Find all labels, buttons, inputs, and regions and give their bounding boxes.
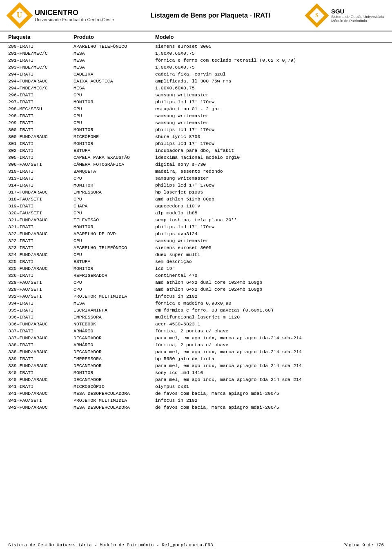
table-row: 294-IRATI CADEIRA cadeira fixa, corvim a…: [8, 71, 384, 78]
cell-produto: CPU: [74, 92, 155, 98]
table-row: 321-FUND/ARAUC TELEVISÃO semp toshiba, t…: [8, 216, 384, 223]
cell-produto: CPU: [74, 210, 155, 216]
table-row: 336-IRATI IMPRESSORA multifuncional lase…: [8, 314, 384, 321]
cell-modelo: siemens euroset 3005: [155, 44, 384, 49]
cell-modelo: philips lcd 17' 170cw: [155, 99, 384, 105]
table-row: 321-IRATI MONITOR philips lcd 17' 170cw: [8, 223, 384, 230]
cell-modelo: 1,00X0,60X0,75: [155, 51, 384, 56]
cell-plaqueta: 337-IRATI: [8, 328, 74, 334]
cell-produto: CAIXA ACÚSTICA: [74, 78, 155, 84]
cell-produto: ESTUFA: [74, 259, 155, 264]
table-row: 302-IRATI ESTUFA incubadora para dbo, al…: [8, 147, 384, 154]
cell-plaqueta: 338-FUND/ARAUC: [8, 349, 74, 354]
table-row: 301-IRATI MONITOR philips lcd 17' 170cw: [8, 140, 384, 147]
cell-plaqueta: 329-FAU/SETI: [8, 287, 74, 292]
table-row: 314-IRATI MONITOR philips lcd 17' 170cw: [8, 182, 384, 189]
header-title-block: Listagem de Bens por Plaqueta - IRATI: [114, 12, 306, 19]
cell-modelo: samsung writemaster: [155, 238, 384, 243]
table-row: 323-IRATI APARELHO TELEFÔNICO siemens eu…: [8, 244, 384, 251]
table-row: 300-IRATI MONITOR philips lcd 17' 170cw: [8, 126, 384, 133]
cell-modelo: philips lcd 17' 170cw: [155, 127, 384, 132]
cell-plaqueta: 332-FAU/SETI: [8, 294, 74, 299]
cell-modelo: 1,00X0,60X0,75: [155, 85, 384, 91]
cell-modelo: shure lyric 8700: [155, 134, 384, 139]
table-row: 329-FAU/SETI CPU amd athlon 64x2 dual co…: [8, 286, 384, 293]
cell-plaqueta: 334-IRATI: [8, 301, 74, 306]
table-row: 337-IRATI ARMÁRIO fórmica, 2 portas c/ c…: [8, 327, 384, 334]
cell-modelo: para mel, em aço inóx, marca apiagro tda…: [155, 349, 384, 354]
cell-plaqueta: 324-FUND/ARAUC: [8, 252, 74, 257]
cell-produto: TELEVISÃO: [74, 217, 155, 223]
cell-produto: DECANTADOR: [74, 363, 155, 368]
cell-modelo: para mel, em aço inóx, marca apiagro tda…: [155, 335, 384, 341]
page-header: U UNICENTRO Universidade Estadual do Cen…: [0, 0, 392, 31]
cell-modelo: estação tipo 01 - 2 ghz: [155, 106, 384, 111]
uni-full-name: Universidade Estadual do Centro-Oeste: [35, 17, 114, 22]
table-row: 306-FAU/SETI CÂMERA FOTOGRÁFICA digital …: [8, 161, 384, 168]
cell-produto: MONITOR: [74, 127, 155, 132]
uni-name: UNICENTRO: [35, 9, 114, 17]
sgu-text-block: SGU Sistema de Gestão Universitária Módu…: [331, 8, 384, 23]
cell-produto: IMPRESSORA: [74, 356, 155, 361]
cell-plaqueta: 305-IRATI: [8, 155, 74, 160]
table-row: 340-FUND/ARAUC DECANTADOR para mel, em a…: [8, 376, 384, 383]
cell-plaqueta: 313-IRATI: [8, 176, 74, 181]
cell-produto: REFRIGERADOR: [74, 273, 155, 278]
cell-plaqueta: 320-FAU/SETI: [8, 210, 74, 216]
cell-produto: MONITOR: [74, 266, 155, 271]
cell-produto: CPU: [74, 287, 155, 292]
table-row: 320-FAU/SETI CPU alp modelo th85: [8, 209, 384, 216]
table-row: 338-IRATI ARMÁRIO fórmica, 2 portas c/ c…: [8, 341, 384, 348]
cell-plaqueta: 325-IRATI: [8, 259, 74, 264]
table-row: 305-IRATI CAPELA PARA EXAUSTÃO ideoxima …: [8, 154, 384, 161]
table-row: 324-FUND/ARAUC CPU duex super multi: [8, 251, 384, 258]
cell-produto: CPU: [74, 196, 155, 202]
table-row: 313-IRATI CPU samsung writemaster: [8, 175, 384, 182]
table-row: 293-FNDE/MEC/C MESA 1,00X0,60X0,75: [8, 64, 384, 71]
cell-produto: MICROFONE: [74, 134, 155, 139]
cell-modelo: para mel, em aço inóx, marca apiagro tda…: [155, 363, 384, 368]
cell-plaqueta: 323-IRATI: [8, 245, 74, 250]
cell-plaqueta: 317-FUND/ARAUC: [8, 189, 74, 195]
cell-plaqueta: 322-FUND/ARAUC: [8, 231, 74, 236]
table-row: 326-IRATI REFRIGERADOR continental 470: [8, 272, 384, 279]
cell-modelo: alp modelo th85: [155, 210, 384, 216]
table-row: 298-MEC/SESU CPU estação tipo 01 - 2 ghz: [8, 105, 384, 112]
table-row: 325-IRATI ESTUFA sem descrição: [8, 258, 384, 265]
cell-produto: CPU: [74, 176, 155, 181]
cell-produto: MONITOR: [74, 141, 155, 146]
table-body: 290-IRATI APARELHO TELEFÔNICO siemens eu…: [0, 43, 392, 411]
cell-plaqueta: 339-FUND/ARAUC: [8, 363, 74, 368]
cell-produto: MONITOR: [74, 183, 155, 188]
page-footer: Sistema de Gestão Universitária - Modulo…: [0, 540, 392, 550]
cell-plaqueta: 340-IRATI: [8, 370, 74, 375]
table-row: 294-FUND/ARAUC CAIXA ACÚSTICA amplificad…: [8, 78, 384, 85]
cell-plaqueta: 301-IRATI: [8, 141, 74, 146]
cell-plaqueta: 328-FAU/SETI: [8, 280, 74, 285]
cell-modelo: fórmica, 2 portas c/ chave: [155, 342, 384, 347]
table-row: 339-FUND/ARAUC DECANTADOR para mel, em a…: [8, 362, 384, 369]
cell-modelo: continental 470: [155, 273, 384, 278]
cell-plaqueta: 335-IRATI: [8, 307, 74, 313]
cell-modelo: digital sony s-730: [155, 162, 384, 167]
table-row: 325-FUND/ARAUC MONITOR lcd 19": [8, 265, 384, 272]
table-row: 294-FNDE/MEC/C MESA 1,00X0,60X0,75: [8, 85, 384, 91]
cell-modelo: infocus in 2102: [155, 294, 384, 299]
table-row: 335-IRATI ESCRIVANINHA em fórmica e ferr…: [8, 307, 384, 314]
footer-page-info: Página 9 de 176: [343, 543, 384, 548]
cell-modelo: infocus in 2102: [155, 398, 384, 403]
cell-produto: IMPRESSORA: [74, 314, 155, 320]
table-row: 341-IRATI MICROSCÓPIO olympus cx31: [8, 383, 384, 390]
cell-modelo: amd athlon 64x2 dual core 1024mb 160gb: [155, 287, 384, 292]
col-header-plaqueta: Plaqueta: [8, 34, 74, 40]
cell-modelo: hp 5650 jato de tinta: [155, 356, 384, 361]
table-row: 328-FAU/SETI CPU amd athlon 64x2 dual co…: [8, 279, 384, 286]
uni-name-block: UNICENTRO Universidade Estadual do Centr…: [35, 9, 114, 22]
cell-modelo: philips lcd 17' 170cw: [155, 141, 384, 146]
sgu-sub2: Módulo de Patrimônio: [331, 19, 384, 23]
cell-plaqueta: 298-IRATI: [8, 113, 74, 118]
cell-plaqueta: 306-FAU/SETI: [8, 162, 74, 167]
table-row: 319-IRATI CHAPA aquecedora 110 v: [8, 203, 384, 209]
table-row: 338-FUND/ARAUC DECANTADOR para mel, em a…: [8, 348, 384, 355]
cell-modelo: samsung writemaster: [155, 92, 384, 98]
